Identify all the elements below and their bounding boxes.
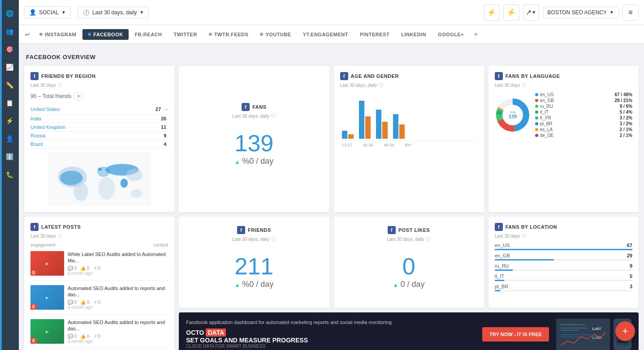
- dashboard-grid: f FRIENDS BY REGION Last 30 days ⓘ 96 – …: [24, 66, 639, 350]
- loc-row-engb: en_GB 29: [495, 253, 632, 260]
- tab-twtrfeeds[interactable]: TWTR.FEEDS: [203, 29, 254, 40]
- bar-25-34-blue: [359, 101, 364, 139]
- post-meta-row: engagement content: [30, 243, 168, 248]
- sidebar-icon-globe[interactable]: 🌐: [2, 6, 17, 21]
- fans-loc-header: f FANS BY LOCATION: [495, 223, 632, 231]
- list-item: ▶ 0 Automated SEO Audits added to report…: [30, 319, 168, 349]
- tab-linkedin[interactable]: LINKEDIN: [396, 29, 432, 40]
- sidebar-icon-chart[interactable]: 📈: [2, 60, 17, 74]
- postlikes-header: f POST LIKES: [388, 226, 430, 234]
- tab-facebook[interactable]: FACEBOOK: [82, 29, 128, 40]
- postlikes-per-day: ▲ 0 / day: [393, 280, 425, 289]
- bar-group-2534: [359, 101, 371, 139]
- bar-45-54-blue: [376, 110, 381, 139]
- fans-per-day: ▲ %0 / day: [234, 157, 273, 166]
- post-stats-1: 💬 0👍 0↗ 0: [68, 266, 168, 271]
- tab-twitter[interactable]: TWITTER: [168, 29, 202, 40]
- post-badge-3: 0: [30, 338, 37, 344]
- region-name-russia[interactable]: Russia: [30, 133, 46, 138]
- tab-ytengagement[interactable]: YT.ENGAGEMENT: [298, 29, 354, 40]
- total-friends-row: 96 – Total friends +: [30, 92, 168, 101]
- svg-point-3: [73, 182, 88, 201]
- sidebar-accent: [0, 0, 2, 350]
- svg-point-7: [98, 177, 115, 200]
- settings-btn[interactable]: ⚡: [484, 4, 500, 21]
- chevron-down-icon2: ▼: [139, 10, 144, 15]
- post-time-3: a month ago: [68, 339, 168, 344]
- lang-row-esla: es_LA 2 / 1%: [535, 127, 632, 132]
- fab-button[interactable]: +: [615, 321, 635, 341]
- bar-13-17-orange: [348, 134, 354, 139]
- world-map: [30, 152, 168, 206]
- post-content-1: White Label SEO Audits added to Automate…: [68, 251, 168, 276]
- tab-googleplus[interactable]: GOOGLE+: [432, 29, 469, 40]
- promo-text: Facebook application dashboard for autom…: [186, 320, 475, 349]
- sidebar-icon-edit[interactable]: ✏️: [2, 78, 17, 92]
- tab-youtube[interactable]: YOUTUBE: [255, 29, 296, 40]
- friends-per-day: ▲ %0 / day: [234, 280, 273, 289]
- fans-lang-header: f FANS BY LANGUAGE: [495, 72, 632, 80]
- friends-arrow-icon: ▲: [234, 282, 240, 288]
- postlikes-subtitle: Last 30 days, daily ⓘ: [387, 236, 431, 242]
- sidebar-icon-target[interactable]: 🎯: [2, 42, 17, 56]
- fans-title: FANS: [252, 104, 266, 110]
- post-likes-card: f POST LIKES Last 30 days, daily ⓘ 0 ▲ 0…: [334, 217, 484, 308]
- collapse-us-icon[interactable]: −: [164, 106, 168, 113]
- date-range-selector[interactable]: 🕐 Last 30 days, daily ▼: [78, 7, 149, 18]
- svg-rect-21: [561, 328, 588, 329]
- fb-icon-posts: f: [30, 223, 39, 231]
- region-name-uk[interactable]: United Kingdom: [30, 124, 65, 130]
- notification-btn[interactable]: ⚡: [503, 4, 519, 21]
- promo-cta-button[interactable]: TRY NOW - IT IS FREE: [482, 327, 549, 341]
- bar-65-orange: [399, 124, 405, 139]
- region-title: FRIENDS BY REGION: [41, 73, 95, 79]
- social-selector[interactable]: 👤 SOCIAL ▼: [24, 6, 71, 18]
- share-btn[interactable]: ↗ ▼: [523, 4, 539, 21]
- tab-fbreach[interactable]: FB.REACH: [130, 29, 168, 40]
- sidebar-icon-bolt[interactable]: ⚡: [2, 114, 17, 128]
- expand-btn[interactable]: +: [74, 92, 83, 101]
- sidebar-icon-info[interactable]: ℹ️: [2, 149, 17, 164]
- map-svg: [30, 152, 168, 206]
- lang-donut-wrap: total 139 en_US 67 / 48% en_GB 29 / 21%: [495, 92, 632, 138]
- loc-row-ruru: ru_RU 9: [495, 263, 632, 271]
- fb-icon-friends: f: [237, 226, 245, 234]
- post-content-3: Automated SEO Audits added to reports an…: [68, 319, 168, 344]
- region-name-brazil[interactable]: Brazil: [30, 141, 43, 147]
- add-tab-btn[interactable]: +: [470, 30, 481, 38]
- menu-btn[interactable]: ≡: [622, 4, 639, 21]
- post-title-3: Automated SEO Audits added to reports an…: [68, 319, 168, 332]
- friends-region-card: f FRIENDS BY REGION Last 30 days ⓘ 96 – …: [24, 66, 174, 212]
- tab-pinterest[interactable]: PINTEREST: [354, 29, 395, 40]
- fans-lang-subtitle: Last 30 days ⓘ: [495, 82, 632, 88]
- sidebar-icon-user[interactable]: 👤: [2, 132, 17, 146]
- tabbar: ↵ INSTAGRAM FACEBOOK FB.REACH TWITTER TW…: [19, 25, 644, 44]
- age-label-4554: 45-54: [384, 143, 394, 147]
- tab-instagram[interactable]: INSTAGRAM: [34, 29, 82, 40]
- fans-loc-subtitle: Last 30 days ⓘ: [495, 233, 632, 239]
- logo-octo-text: OCTO: [186, 329, 204, 336]
- logo-data-text: DATA: [206, 329, 226, 337]
- sidebar-icon-clipboard[interactable]: 📋: [2, 96, 17, 110]
- svg-text:total: total: [510, 111, 516, 114]
- youtube-dot: [260, 33, 263, 36]
- language-list: en_US 67 / 48% en_GB 29 / 21% ru_RU 9 / …: [535, 92, 632, 138]
- region-name-india[interactable]: India: [30, 116, 41, 121]
- sidebar-icon-bug[interactable]: 🐛: [2, 167, 17, 182]
- agency-selector[interactable]: BOSTON SEO AGENCY ▼: [543, 7, 619, 18]
- postlikes-info-icon: ⓘ: [426, 236, 431, 242]
- promo-card: Facebook application dashboard for autom…: [179, 312, 639, 350]
- facebook-dot: [88, 33, 91, 36]
- region-name-us[interactable]: United States: [30, 107, 60, 112]
- lang-row-engb: en_GB 29 / 21%: [535, 98, 632, 103]
- bar-group-1317: [342, 131, 354, 139]
- clock-icon: 🕐: [83, 9, 90, 16]
- lang-row-ptbr: pt_BR 3 / 2%: [535, 121, 632, 127]
- fans-location-card: f FANS BY LOCATION Last 30 days ⓘ en_US …: [488, 217, 639, 308]
- lang-dot-enus: [535, 93, 538, 96]
- post-stats-3: 💬 0👍 0↗ 0: [68, 334, 168, 339]
- sidebar-icon-users[interactable]: 👥: [2, 24, 17, 38]
- fb-icon-loc: f: [495, 223, 503, 231]
- tab-back-btn[interactable]: ↵: [22, 31, 33, 38]
- list-item: United Kingdom 11: [30, 123, 168, 132]
